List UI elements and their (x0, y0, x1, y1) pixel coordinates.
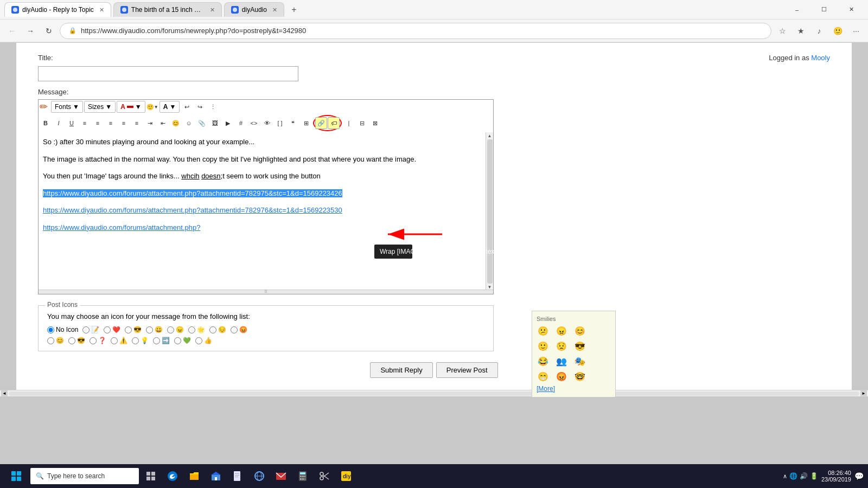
task-view-button[interactable] (141, 466, 161, 486)
network-icon[interactable] (250, 466, 269, 486)
spoiler-btn[interactable]: 👁 (261, 117, 273, 129)
file-explorer-taskbar-icon[interactable] (184, 466, 204, 486)
table2-btn[interactable]: ⊟ (356, 117, 368, 129)
highlight-btn[interactable]: A ▼ (159, 101, 180, 113)
undo-btn[interactable]: ↩ (181, 101, 193, 113)
ordered-list-btn[interactable]: ≡ (118, 117, 130, 129)
editor-body[interactable]: So :) after 30 minutes playing around an… (39, 132, 486, 290)
smiley-3[interactable]: 😊 (573, 324, 586, 337)
smiley-5[interactable]: 😟 (555, 339, 568, 352)
icon-radio-1[interactable] (82, 326, 90, 333)
tab-active[interactable]: diyAudio - Reply to Topic ✕ (4, 2, 111, 17)
restore-button[interactable]: ☐ (812, 1, 837, 18)
media-btn[interactable]: ▶ (222, 117, 234, 129)
doc-taskbar-icon[interactable] (228, 466, 247, 486)
government-app-icon[interactable] (206, 466, 226, 486)
align-center-btn[interactable]: ≡ (92, 117, 104, 129)
special-char-btn[interactable]: ☺ (183, 117, 195, 129)
title-input[interactable] (38, 66, 298, 81)
icon-radio-12[interactable] (111, 337, 118, 344)
underline-btn[interactable]: U (66, 117, 78, 129)
tab-close-2[interactable]: ✕ (210, 7, 215, 14)
icon-radio-3[interactable] (125, 326, 132, 333)
editor-scrollbar[interactable]: ▲ ▼ (486, 132, 493, 290)
url2-link[interactable]: https://www.diyaudio.com/forums/attachme… (43, 206, 342, 214)
new-tab-button[interactable]: + (286, 2, 302, 17)
minimize-button[interactable]: – (784, 1, 809, 18)
smiley-9[interactable]: 🎭 (573, 355, 586, 368)
scroll-down-btn[interactable]: ▼ (488, 285, 492, 290)
more-btn[interactable]: ⋮ (207, 101, 219, 113)
pipe-btn[interactable]: | (343, 117, 355, 129)
smiley-1[interactable]: 😕 (537, 324, 550, 337)
bb-code-btn[interactable]: [ ] (274, 117, 286, 129)
quote-btn[interactable]: ❝ (287, 117, 299, 129)
smiley-12[interactable]: 🤓 (573, 370, 586, 383)
smiley-11[interactable]: 😡 (555, 370, 568, 383)
battery-icon[interactable]: 🔋 (810, 472, 818, 480)
edge-taskbar-icon[interactable] (163, 466, 182, 486)
scroll-track[interactable] (9, 391, 859, 396)
indent-btn[interactable]: ⇥ (144, 117, 156, 129)
icon-radio-9[interactable] (47, 337, 54, 344)
icon-radio-10[interactable] (68, 337, 75, 344)
link-btn[interactable]: 🔗 (315, 117, 327, 129)
icon-radio-6[interactable] (188, 326, 195, 333)
taskbar-search[interactable]: 🔍 Type here to search (30, 468, 139, 484)
speaker-icon[interactable]: 🔊 (800, 472, 808, 480)
clock[interactable]: 08:26:40 23/09/2019 (821, 470, 851, 483)
scroll-right-btn[interactable]: ► (860, 390, 867, 397)
more-button[interactable]: ··· (848, 23, 864, 38)
font-color-btn[interactable]: A ▼ (117, 101, 145, 113)
align-left-btn[interactable]: ≡ (79, 117, 91, 129)
attachment-btn[interactable]: 📎 (196, 117, 208, 129)
favorites-button[interactable]: ☆ (775, 23, 790, 38)
redo-btn[interactable]: ↪ (194, 101, 206, 113)
music-button[interactable]: ♪ (812, 23, 827, 38)
submit-reply-button[interactable]: Submit Reply (370, 362, 432, 378)
icon-radio-13[interactable] (132, 337, 139, 344)
icon-radio-2[interactable] (104, 326, 111, 333)
icon-radio-11[interactable] (90, 337, 97, 344)
image-tags-btn[interactable]: 🏷 (328, 117, 340, 129)
tab-3[interactable]: diyAudio ✕ (224, 2, 284, 17)
align-right-btn[interactable]: ≡ (105, 117, 117, 129)
tab-2[interactable]: The birth of a 15 inch woofer - P... ✕ (113, 2, 222, 17)
scissors-icon-taskbar[interactable] (315, 466, 334, 486)
expand-tray-icon[interactable]: ∧ (783, 473, 787, 480)
logged-in-user[interactable]: Mooly (811, 54, 830, 62)
smiley-btn[interactable]: 🙂▼ (146, 101, 158, 113)
back-button[interactable]: ← (4, 23, 20, 38)
icon-radio-15[interactable] (174, 337, 181, 344)
bold-btn[interactable]: B (40, 117, 52, 129)
smiley-6[interactable]: 😎 (573, 339, 586, 352)
icon-radio-5[interactable] (167, 326, 174, 333)
address-input[interactable]: 🔒 https://www.diyaudio.com/forums/newrep… (60, 23, 771, 39)
notification-icon[interactable]: 💬 (854, 472, 864, 480)
icon-radio-16[interactable] (195, 337, 202, 344)
columns-btn[interactable]: ⊠ (369, 117, 381, 129)
hash-btn[interactable]: # (235, 117, 247, 129)
horizontal-scrollbar[interactable]: ◄ ► (0, 390, 868, 396)
refresh-button[interactable]: ↻ (41, 23, 56, 38)
mail-icon[interactable] (271, 466, 291, 486)
smiley-8[interactable]: 👥 (555, 355, 568, 368)
collections-button[interactable]: ★ (793, 23, 808, 38)
preview-post-button[interactable]: Preview Post (436, 362, 498, 378)
emoji-button[interactable]: 🙂 (830, 23, 845, 38)
image-insert-btn[interactable]: 🖼 (209, 117, 221, 129)
table-btn[interactable]: ⊞ (300, 117, 312, 129)
no-icon-radio[interactable] (47, 326, 54, 333)
close-button[interactable]: ✕ (839, 1, 864, 18)
diy-audio-taskbar[interactable]: diy (336, 466, 356, 486)
smiley-4[interactable]: 🙂 (537, 339, 550, 352)
smiley-10[interactable]: 😁 (537, 370, 550, 383)
icon-radio-7[interactable] (209, 326, 216, 333)
icon-radio-8[interactable] (231, 326, 238, 333)
smiley-2[interactable]: 😠 (555, 324, 568, 337)
editor-resize-handle[interactable]: ⠿ (39, 290, 493, 294)
code-btn[interactable]: <> (248, 117, 260, 129)
italic-btn[interactable]: I (53, 117, 65, 129)
tab-close-1[interactable]: ✕ (99, 7, 104, 14)
sizes-dropdown[interactable]: Sizes ▼ (84, 101, 116, 113)
